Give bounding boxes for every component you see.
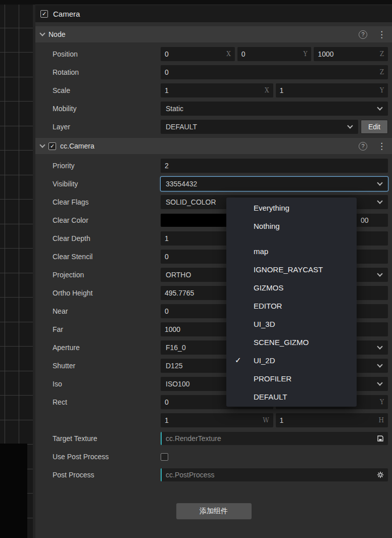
node-section-header[interactable]: Node ? ⋮ <box>35 26 392 42</box>
row-scale: Scale 1X 1Y <box>35 83 392 97</box>
chevron-down-icon <box>377 271 382 276</box>
check-icon: ✓ <box>235 356 241 365</box>
dropdown-item-map[interactable]: map <box>226 242 357 260</box>
ortho-height-label: Ortho Height <box>35 289 161 297</box>
use-post-process-checkbox[interactable] <box>161 453 168 461</box>
visibility-label: Visibility <box>35 180 161 188</box>
projection-label: Projection <box>35 271 161 279</box>
priority-input[interactable]: 2 <box>161 159 388 173</box>
chevron-down-icon <box>39 30 45 36</box>
top-bar <box>0 0 392 5</box>
axis-x-suffix: X <box>226 51 231 58</box>
row-priority: Priority 2 <box>35 159 392 173</box>
dropdown-item-gizmos[interactable]: GIZMOS <box>226 278 357 297</box>
axis-y-suffix: Y <box>380 87 384 94</box>
axis-y-suffix: Y <box>380 399 384 406</box>
position-y-input[interactable]: 0Y <box>237 47 312 61</box>
clear-flags-label: Clear Flags <box>35 198 161 206</box>
target-texture-label: Target Texture <box>35 434 161 443</box>
use-post-process-label: Use Post Process <box>35 453 161 461</box>
position-z-input[interactable]: 1000Z <box>314 47 388 61</box>
rect-label: Rect <box>35 398 161 406</box>
clear-depth-label: Clear Depth <box>35 234 161 242</box>
axis-x-suffix: X <box>265 87 269 94</box>
rect-h-input[interactable]: 1H <box>276 413 388 427</box>
row-visibility: Visibility 33554432 <box>35 177 392 191</box>
chevron-down-icon <box>377 362 382 367</box>
dropdown-separator <box>226 235 357 242</box>
visibility-dropdown-menu: Everything Nothing map IGNORE_RAYCAST GI… <box>226 198 357 407</box>
iso-label: Iso <box>35 380 161 388</box>
near-label: Near <box>35 307 161 315</box>
help-icon[interactable]: ? <box>359 142 367 151</box>
scene-view-strip <box>0 0 33 538</box>
aperture-label: Aperture <box>35 344 161 352</box>
chevron-down-icon <box>377 105 382 110</box>
scale-label: Scale <box>35 86 161 94</box>
color-value: 00 <box>357 214 388 227</box>
axis-z-suffix: Z <box>380 69 384 76</box>
chevron-down-icon <box>377 198 382 204</box>
visibility-select[interactable]: 33554432 <box>161 177 388 191</box>
layer-label: Layer <box>35 123 161 131</box>
row-use-post-process: Use Post Process <box>35 450 392 464</box>
mobility-label: Mobility <box>35 105 161 113</box>
add-component-button[interactable]: 添加组件 <box>176 503 252 519</box>
clear-color-label: Clear Color <box>35 216 161 224</box>
scale-x-input[interactable]: 1X <box>161 83 273 97</box>
position-x-input[interactable]: 0X <box>161 47 235 61</box>
chevron-down-icon <box>377 344 382 349</box>
dropdown-item-ui-3d[interactable]: UI_3D <box>226 315 357 333</box>
far-label: Far <box>35 325 161 333</box>
camera-section-title: cc.Camera <box>60 142 94 150</box>
axis-h-suffix: H <box>379 417 384 424</box>
chevron-down-icon <box>377 180 382 185</box>
dropdown-item-default[interactable]: DEFAULT <box>226 387 357 406</box>
inspector-panel: ✓ Camera Node ? ⋮ Position 0X 0Y 1000Z R… <box>35 5 392 538</box>
axis-y-suffix: Y <box>303 51 307 58</box>
axis-w-suffix: W <box>263 417 269 424</box>
position-label: Position <box>35 50 161 58</box>
dropdown-item-nothing[interactable]: Nothing <box>226 217 357 235</box>
more-options-icon[interactable]: ⋮ <box>377 30 386 39</box>
camera-enabled-checkbox[interactable]: ✓ <box>48 142 56 150</box>
rect-w-input[interactable]: 1W <box>161 413 273 427</box>
node-section-title: Node <box>48 30 65 38</box>
node-name: Camera <box>53 10 80 18</box>
row-rotation: Rotation 0Z <box>35 65 392 79</box>
row-position: Position 0X 0Y 1000Z <box>35 47 392 61</box>
more-options-icon[interactable]: ⋮ <box>377 142 386 151</box>
chevron-down-icon <box>347 123 353 128</box>
dropdown-item-ignore-raycast[interactable]: IGNORE_RAYCAST <box>226 260 357 278</box>
rotation-z-input[interactable]: 0Z <box>161 65 388 79</box>
node-header: ✓ Camera <box>35 5 392 22</box>
row-rect-wh: 1W 1H <box>35 413 392 427</box>
layer-edit-button[interactable]: Edit <box>361 120 388 134</box>
clear-stencil-label: Clear Stencil <box>35 253 161 261</box>
target-texture-slot[interactable]: cc.RenderTexture <box>161 432 388 445</box>
row-target-texture: Target Texture cc.RenderTexture <box>35 431 392 446</box>
render-texture-icon[interactable] <box>377 435 384 442</box>
dropdown-item-scene-gizmo[interactable]: SCENE_GIZMO <box>226 333 357 351</box>
dropdown-item-everything[interactable]: Everything <box>226 199 357 217</box>
scene-black-object <box>0 444 27 538</box>
row-post-process: Post Process cc.PostProcess <box>35 468 392 482</box>
dropdown-item-editor[interactable]: EDITOR <box>226 297 357 315</box>
help-icon[interactable]: ? <box>359 30 367 39</box>
layer-select[interactable]: DEFAULT <box>161 120 358 134</box>
post-process-slot[interactable]: cc.PostProcess <box>161 468 388 481</box>
post-process-label: Post Process <box>35 471 161 479</box>
chevron-down-icon <box>377 380 382 385</box>
rotation-label: Rotation <box>35 68 161 76</box>
node-active-checkbox[interactable]: ✓ <box>40 10 48 18</box>
dropdown-item-profiler[interactable]: PROFILER <box>226 369 357 387</box>
chevron-down-icon <box>39 142 45 148</box>
scale-y-input[interactable]: 1Y <box>276 83 388 97</box>
row-layer: Layer DEFAULT Edit <box>35 120 392 134</box>
priority-label: Priority <box>35 162 161 170</box>
dropdown-item-ui-2d[interactable]: ✓UI_2D <box>226 351 357 369</box>
post-process-icon[interactable] <box>377 471 384 478</box>
camera-section-header[interactable]: ✓ cc.Camera ? ⋮ <box>35 138 392 154</box>
mobility-select[interactable]: Static <box>161 102 388 116</box>
shutter-label: Shutter <box>35 362 161 370</box>
